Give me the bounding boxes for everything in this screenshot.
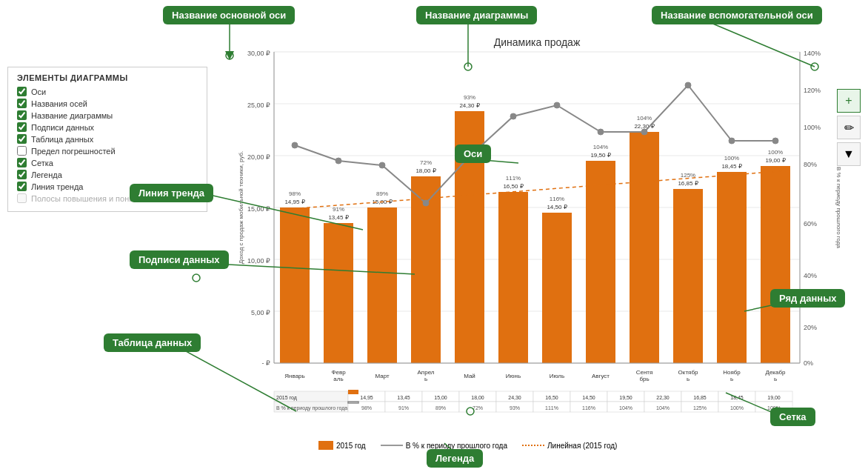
legend-label-2015: 2015 год <box>336 442 366 450</box>
checkbox-axes[interactable] <box>17 87 27 96</box>
svg-text:13,45: 13,45 <box>397 395 410 400</box>
annotation-data-series: Ряд данных <box>770 289 845 308</box>
element-item-axes[interactable]: Оси <box>17 87 198 96</box>
element-item-legend[interactable]: Легенда <box>17 170 198 179</box>
legend-line-pct <box>381 445 403 446</box>
svg-text:Апрел: Апрел <box>418 369 435 376</box>
svg-text:ь: ь <box>424 376 427 382</box>
svg-text:ь: ь <box>730 376 733 382</box>
checkbox-chart-name[interactable] <box>17 110 27 120</box>
svg-text:16,50 ₽: 16,50 ₽ <box>503 183 523 190</box>
svg-text:19,50: 19,50 <box>619 395 632 400</box>
toolbar-edit-btn[interactable]: ✏ <box>837 116 861 139</box>
svg-text:111%: 111% <box>506 175 521 182</box>
svg-text:111%: 111% <box>545 405 558 411</box>
svg-text:14,95 ₽: 14,95 ₽ <box>284 199 304 205</box>
main-container: Название основной оси Название диаграммы… <box>0 0 868 475</box>
svg-text:125%: 125% <box>693 405 707 411</box>
legend-label-trend: Линейная (2015 год) <box>547 442 617 450</box>
svg-point-70 <box>772 138 778 144</box>
element-item-data-labels[interactable]: Подписи данных <box>17 122 198 132</box>
svg-text:20%: 20% <box>804 324 817 331</box>
svg-text:140%: 140% <box>804 50 821 57</box>
annotation-secondary-axis: Название вспомогательной оси <box>652 6 822 24</box>
svg-rect-30 <box>586 161 615 363</box>
svg-text:Январь: Январь <box>284 373 304 379</box>
svg-point-66 <box>598 129 604 135</box>
svg-rect-33 <box>717 172 747 363</box>
svg-point-67 <box>641 129 647 135</box>
svg-text:18,45 ₽: 18,45 ₽ <box>721 163 741 170</box>
svg-text:-  ₽: - ₽ <box>262 359 271 367</box>
svg-point-60 <box>335 158 341 164</box>
toolbar-filter-btn[interactable]: ▼ <box>837 142 861 166</box>
svg-text:13,45 ₽: 13,45 ₽ <box>328 214 348 221</box>
svg-text:В % к периоду прошлого года: В % к периоду прошлого года <box>835 167 842 248</box>
checkbox-grid[interactable] <box>17 158 27 167</box>
svg-text:98%: 98% <box>289 190 301 197</box>
svg-text:93%: 93% <box>464 94 475 101</box>
svg-text:15,00: 15,00 <box>434 395 447 400</box>
svg-text:116%: 116% <box>582 405 595 411</box>
toolbar-add-btn[interactable]: + <box>837 89 861 113</box>
svg-text:10,00 ₽: 10,00 ₽ <box>247 257 270 265</box>
svg-rect-23 <box>280 207 310 363</box>
svg-text:25,00 ₽: 25,00 ₽ <box>247 102 270 109</box>
element-item-error-bars[interactable]: Предел погрешностей <box>17 146 198 156</box>
svg-text:93%: 93% <box>510 405 520 411</box>
checkbox-legend[interactable] <box>17 170 27 179</box>
legend-item-pct: В % к периоду прошлого года <box>381 442 507 450</box>
svg-text:Июнь: Июнь <box>506 373 521 379</box>
svg-text:0%: 0% <box>804 359 813 367</box>
svg-text:Ноябр: Ноябр <box>723 369 741 376</box>
svg-text:19,00: 19,00 <box>767 395 781 400</box>
svg-point-69 <box>729 138 735 144</box>
checkbox-bands <box>17 193 27 203</box>
svg-rect-32 <box>673 189 703 363</box>
svg-text:116%: 116% <box>550 196 564 202</box>
svg-text:Динамика продаж: Динамика продаж <box>494 36 581 48</box>
svg-text:брь: брь <box>639 376 649 382</box>
element-item-data-table[interactable]: Таблица данных <box>17 134 198 144</box>
checkbox-data-labels[interactable] <box>17 122 27 132</box>
svg-text:5,00 ₽: 5,00 ₽ <box>251 309 270 316</box>
svg-text:Сентя: Сентя <box>636 369 653 376</box>
svg-rect-147 <box>348 390 358 394</box>
svg-text:80%: 80% <box>804 161 817 168</box>
chart-svg: 30,00 ₽ 25,00 ₽ 20,00 ₽ 15,00 ₽ 10,00 ₽ … <box>230 30 844 422</box>
svg-text:Октябр: Октябр <box>678 369 698 376</box>
checkbox-error-bars[interactable] <box>17 146 27 156</box>
element-item-grid[interactable]: Сетка <box>17 158 198 167</box>
svg-point-59 <box>292 142 298 148</box>
svg-text:91%: 91% <box>333 206 344 213</box>
svg-text:аль: аль <box>333 376 343 382</box>
legend-dotted-trend <box>522 445 544 446</box>
svg-text:Февр: Февр <box>331 369 346 376</box>
svg-text:91%: 91% <box>398 405 409 411</box>
svg-rect-28 <box>498 192 528 363</box>
svg-text:ь: ь <box>687 376 690 382</box>
svg-text:104%: 104% <box>637 115 652 122</box>
svg-text:89%: 89% <box>376 190 388 197</box>
annotation-data-table: Таблица данных <box>104 333 201 352</box>
svg-text:100%: 100% <box>730 405 744 411</box>
svg-text:18,00 ₽: 18,00 ₽ <box>415 167 435 174</box>
annotation-main-axis: Название основной оси <box>163 6 295 24</box>
legend-item-2015: 2015 год <box>318 441 366 450</box>
checkbox-axis-names[interactable] <box>17 99 27 108</box>
checkbox-trend-line[interactable] <box>17 182 27 191</box>
svg-text:72%: 72% <box>473 405 483 411</box>
element-item-axis-names[interactable]: Названия осей <box>17 99 198 108</box>
svg-text:40%: 40% <box>804 272 817 279</box>
legend-item-trend: Линейная (2015 год) <box>522 442 617 450</box>
svg-text:Июль: Июль <box>550 373 564 379</box>
svg-text:В % к периоду прошлого года: В % к периоду прошлого года <box>276 405 347 411</box>
annotation-trend-line: Линия тренда <box>130 184 213 202</box>
svg-text:Август: Август <box>592 373 610 379</box>
svg-text:20,00 ₽: 20,00 ₽ <box>247 153 270 161</box>
checkbox-data-table[interactable] <box>17 134 27 144</box>
annotation-axes: Оси <box>455 145 491 163</box>
element-item-chart-name[interactable]: Название диаграммы <box>17 110 198 120</box>
right-toolbar: + ✏ ▼ <box>837 89 861 166</box>
svg-text:ь: ь <box>774 376 777 382</box>
